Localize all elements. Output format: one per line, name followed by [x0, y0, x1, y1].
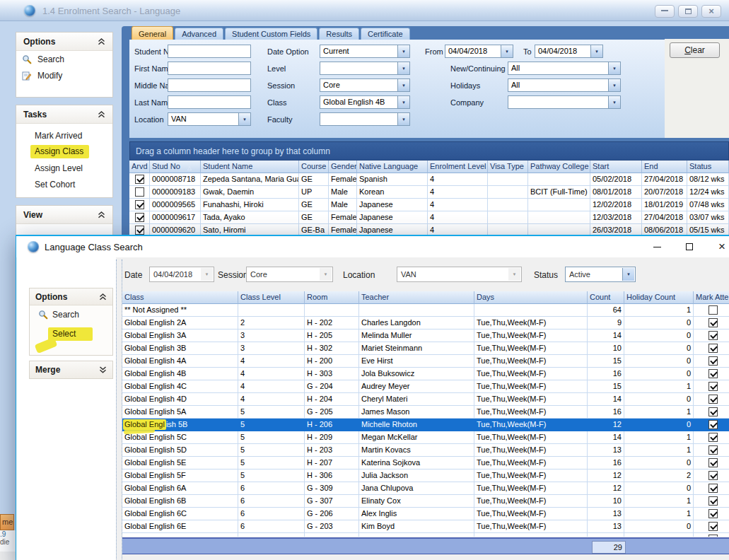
mark-attendance-checkbox-checked-icon[interactable]: [708, 458, 718, 467]
column-header-course[interactable]: Course: [299, 161, 329, 173]
tab-results[interactable]: Results: [319, 28, 359, 40]
enrolment-row[interactable]: 0000009565Funahashi, HirokiGEMaleJapanes…: [129, 199, 729, 211]
mark-attendance-checkbox-checked-icon[interactable]: [708, 471, 718, 480]
task-set-cohort[interactable]: Set Cohort: [16, 176, 112, 192]
mark-attendance-checkbox-checked-icon[interactable]: [708, 344, 718, 353]
class-row[interactable]: Global English 4B4H - 303Jola BuksowiczT…: [122, 368, 729, 380]
column-header-native-language[interactable]: Native Language: [357, 161, 428, 173]
column-header-pathway-college[interactable]: Pathway College: [528, 161, 590, 173]
class-row[interactable]: Global English 5B5H - 206Michelle Rhoton…: [122, 419, 729, 431]
class-row[interactable]: Global English 5C5H - 209Megan McKellarT…: [122, 431, 729, 444]
minimize-button[interactable]: [655, 5, 675, 18]
mark-attendance-checkbox-checked-icon[interactable]: [708, 420, 718, 429]
column-header-stud-no[interactable]: Stud No△: [150, 161, 201, 173]
checkbox-checked-icon[interactable]: [135, 175, 144, 184]
column-header-end[interactable]: End: [642, 161, 687, 173]
tab-advanced[interactable]: Advanced: [175, 28, 223, 40]
class-row[interactable]: Global English 5A5G - 205James MasonTue,…: [122, 406, 729, 419]
title-bar[interactable]: Language Class Search ×: [16, 236, 729, 257]
student-no-input[interactable]: [168, 45, 251, 58]
mark-attendance-checkbox-checked-icon[interactable]: [708, 496, 718, 506]
maximize-button[interactable]: [678, 5, 698, 18]
class-row[interactable]: Global English 4D4H - 204Cheryl MateriTu…: [122, 393, 729, 406]
modify-action[interactable]: Modify: [16, 67, 112, 83]
column-header-teacher[interactable]: Teacher: [359, 291, 474, 304]
session-select[interactable]: Core▼: [320, 78, 410, 92]
enrolment-row[interactable]: 0000009617Tada, AyakoGEFemaleJapanese412…: [129, 211, 729, 224]
merge-panel-header[interactable]: Merge: [30, 361, 112, 378]
date-option-select[interactable]: Current▼: [320, 45, 410, 58]
class-row[interactable]: Global English 4A4H - 200Eve HirstTue,Th…: [122, 355, 729, 368]
minimize-button[interactable]: [641, 237, 672, 257]
column-header-holiday-count[interactable]: Holiday Count: [624, 291, 694, 304]
class-row[interactable]: Global English 3B3H - 302Mariet Steinman…: [122, 342, 729, 355]
clear-button[interactable]: Clear: [670, 42, 720, 58]
mark-attendance-checkbox-checked-icon[interactable]: [708, 407, 718, 416]
faculty-select[interactable]: ▼: [320, 112, 410, 126]
checkbox-checked-icon[interactable]: [135, 226, 144, 235]
first-name-input[interactable]: [168, 62, 251, 75]
mark-attendance-checkbox-checked-icon[interactable]: [708, 369, 718, 378]
mark-attendance-checkbox-checked-icon[interactable]: [708, 445, 718, 455]
title-bar[interactable]: 1.4 Enrolment Search - Language ×: [0, 0, 729, 21]
column-header-gender[interactable]: Gender: [329, 161, 357, 173]
tab-student-custom-fields[interactable]: Student Custom Fields: [225, 28, 317, 40]
checkbox-checked-icon[interactable]: [135, 200, 144, 209]
mark-attendance-checkbox-checked-icon[interactable]: [708, 318, 718, 327]
checkbox-checked-icon[interactable]: [135, 213, 144, 222]
mark-attendance-checkbox-unchecked-icon[interactable]: [708, 535, 718, 537]
status-filter-select[interactable]: Active▼: [565, 267, 636, 282]
column-header-student-name[interactable]: Student Name: [201, 161, 299, 173]
session-filter-select[interactable]: Core▼: [246, 267, 333, 282]
background-window-tab-fragment[interactable]: men: [0, 514, 14, 530]
middle-name-input[interactable]: [168, 78, 251, 92]
class-select[interactable]: Global English 4B▼: [320, 95, 410, 109]
mark-attendance-checkbox-checked-icon[interactable]: [708, 522, 718, 531]
column-header-enrolment-level[interactable]: Enrolment Level: [428, 161, 488, 173]
class-row[interactable]: Global English 4C4G - 204Audrey MeyerTue…: [122, 380, 729, 393]
column-header-arvd[interactable]: Arvd: [129, 161, 150, 173]
enrolment-row[interactable]: 0000009183Gwak, DaeminUPMaleKorean4BCIT …: [129, 186, 729, 199]
class-row[interactable]: Global English 6B6G - 307Elinaty CoxTue,…: [122, 495, 729, 508]
level-select[interactable]: ▼: [320, 62, 410, 75]
maximize-button[interactable]: [674, 237, 705, 257]
class-row[interactable]: Global English 2A2H - 202Charles Langdon…: [122, 317, 729, 329]
options-panel-header[interactable]: Options: [30, 288, 112, 305]
group-by-bar[interactable]: Drag a column header here to group by th…: [129, 141, 729, 161]
mark-attendance-checkbox-unchecked-icon[interactable]: [708, 305, 718, 315]
column-header-count[interactable]: Count: [588, 291, 624, 304]
options-panel-header[interactable]: Options: [16, 33, 112, 51]
tab-certificate[interactable]: Certificate: [361, 28, 410, 40]
column-header-class[interactable]: Class: [122, 291, 238, 304]
column-header-mark-atte[interactable]: Mark Atte: [694, 291, 729, 304]
mark-attendance-checkbox-checked-icon[interactable]: [708, 331, 718, 340]
class-row[interactable]: ** Not Assigned **641: [122, 304, 729, 317]
mark-attendance-checkbox-checked-icon[interactable]: [708, 395, 718, 404]
search-action[interactable]: Search: [16, 51, 112, 67]
to-date-select[interactable]: 04/04/2018▼: [535, 45, 603, 58]
mark-attendance-checkbox-checked-icon[interactable]: [708, 484, 718, 493]
checkbox-unchecked-icon[interactable]: [135, 187, 144, 197]
from-date-select[interactable]: 04/04/2018▼: [445, 45, 513, 58]
column-header-room[interactable]: Room: [305, 291, 359, 304]
close-button[interactable]: ×: [706, 237, 729, 257]
location-filter-select[interactable]: VAN▼: [397, 267, 522, 282]
view-panel-header[interactable]: View: [16, 206, 112, 224]
class-row[interactable]: Global English 6E6G - 203Kim BoydTue,Thu…: [122, 520, 729, 533]
mark-attendance-checkbox-checked-icon[interactable]: [708, 509, 718, 518]
task-assign-class[interactable]: Assign Class: [16, 144, 112, 160]
mark-attendance-checkbox-checked-icon[interactable]: [708, 356, 718, 366]
column-header-start[interactable]: Start: [590, 161, 642, 173]
mark-attendance-checkbox-checked-icon[interactable]: [708, 433, 718, 442]
column-header-status[interactable]: Status: [687, 161, 729, 173]
column-header-visa-type[interactable]: Visa Type: [488, 161, 528, 173]
task-mark-arrived[interactable]: Mark Arrived: [16, 127, 112, 144]
mark-attendance-checkbox-checked-icon[interactable]: [708, 382, 718, 391]
tab-general[interactable]: General: [132, 26, 173, 40]
task-assign-level[interactable]: Assign Level: [16, 160, 112, 176]
sidebar-splitter[interactable]: [116, 259, 122, 559]
enrolment-row[interactable]: 0000008718Zepeda Santana, Maria GuadaGEF…: [129, 173, 729, 186]
new-continuing-select[interactable]: All▼: [508, 62, 621, 75]
tasks-panel-header[interactable]: Tasks: [16, 105, 112, 124]
company-select[interactable]: ▼: [508, 95, 621, 109]
